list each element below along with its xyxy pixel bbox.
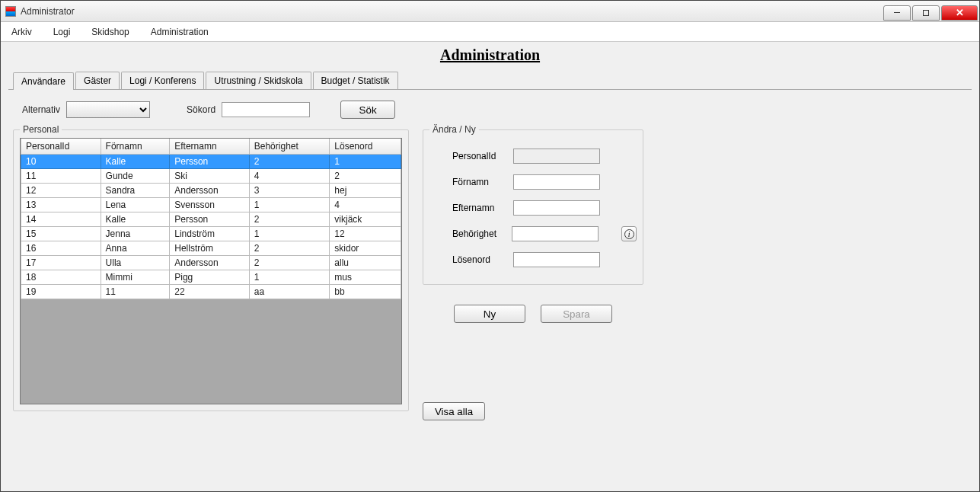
tab-utrustning[interactable]: Utrustning / Skidskola (206, 72, 311, 89)
cell-efternamn[interactable]: Ski (170, 169, 250, 184)
cell-efternamn[interactable]: Andersson (170, 256, 250, 270)
close-button[interactable]: ✕ (941, 5, 978, 21)
tab-logikonferens[interactable]: Logi / Konferens (121, 72, 204, 89)
col-behorighet[interactable]: Behörighet (249, 139, 330, 155)
cell-fornamn[interactable]: Jenna (101, 227, 170, 241)
cell-id[interactable]: 14 (21, 212, 101, 227)
cell-behorighet[interactable]: 3 (249, 184, 330, 198)
fornamn-input[interactable] (513, 174, 600, 190)
cell-losenord[interactable]: skidor (330, 241, 401, 256)
tab-budget[interactable]: Budget / Statistik (313, 72, 398, 89)
table-row[interactable]: 16AnnaHellström2skidor (21, 241, 401, 256)
tab-anvandare[interactable]: Användare (13, 72, 74, 90)
col-losenord[interactable]: Lösenord (330, 139, 401, 155)
cell-id[interactable]: 15 (21, 227, 101, 241)
cell-fornamn[interactable]: Gunde (101, 169, 170, 184)
cell-losenord[interactable]: 1 (330, 155, 401, 169)
menu-arkiv[interactable]: Arkiv (8, 24, 35, 40)
cell-fornamn[interactable]: Sandra (101, 184, 170, 198)
sok-button[interactable]: Sök (340, 101, 395, 119)
tab-gaster[interactable]: Gäster (75, 72, 120, 89)
cell-id[interactable]: 17 (21, 256, 101, 270)
title-bar: Administrator ✕ (1, 1, 979, 22)
cell-behorighet[interactable]: 2 (249, 212, 330, 227)
table-row[interactable]: 14KallePersson2vikjäck (21, 212, 401, 227)
cell-efternamn[interactable]: Svensson (170, 198, 250, 212)
cell-id[interactable]: 18 (21, 270, 101, 285)
personal-grid[interactable]: PersonalId Förnamn Efternamn Behörighet … (21, 139, 401, 299)
personalid-label: PersonalId (452, 151, 513, 161)
table-row[interactable]: 17UllaAndersson2allu (21, 256, 401, 270)
table-row[interactable]: 191122aabb (21, 285, 401, 299)
cell-fornamn[interactable]: Lena (101, 198, 170, 212)
cell-losenord[interactable]: 2 (330, 169, 401, 184)
cell-efternamn[interactable]: Pigg (170, 270, 250, 285)
cell-losenord[interactable]: 4 (330, 198, 401, 212)
cell-fornamn[interactable]: 11 (101, 285, 170, 299)
personalid-input (513, 149, 600, 164)
cell-efternamn[interactable]: Persson (170, 155, 250, 169)
cell-efternamn[interactable]: 22 (170, 285, 250, 299)
cell-losenord[interactable]: mus (330, 270, 401, 285)
tab-strip: Användare Gäster Logi / Konferens Utrust… (8, 72, 972, 90)
table-row[interactable]: 10KallePersson21 (21, 155, 401, 169)
cell-fornamn[interactable]: Kalle (101, 212, 170, 227)
col-efternamn[interactable]: Efternamn (170, 139, 250, 155)
col-fornamn[interactable]: Förnamn (101, 139, 170, 155)
table-row[interactable]: 18MimmiPigg1mus (21, 270, 401, 285)
edit-group-legend: Ändra / Ny (429, 124, 479, 135)
behorighet-input[interactable] (512, 226, 599, 241)
cell-id[interactable]: 13 (21, 198, 101, 212)
cell-losenord[interactable]: hej (330, 184, 401, 198)
filter-row: Alternativ Sökord Sök (8, 90, 972, 126)
table-row[interactable]: 11GundeSki42 (21, 169, 401, 184)
alternativ-label: Alternativ (22, 104, 60, 115)
losenord-input[interactable] (513, 252, 600, 267)
table-row[interactable]: 15JennaLindström112 (21, 227, 401, 241)
cell-behorighet[interactable]: 1 (249, 227, 330, 241)
cell-losenord[interactable]: 12 (330, 227, 401, 241)
table-row[interactable]: 13LenaSvensson14 (21, 198, 401, 212)
cell-efternamn[interactable]: Hellström (170, 241, 250, 256)
ny-button[interactable]: Ny (454, 305, 525, 323)
menu-skidshop[interactable]: Skidshop (88, 24, 132, 40)
cell-fornamn[interactable]: Kalle (101, 155, 170, 169)
cell-efternamn[interactable]: Persson (170, 212, 250, 227)
cell-efternamn[interactable]: Lindström (170, 227, 250, 241)
personal-group: Personal PersonalId Förnamn Efternamn Be… (13, 129, 409, 411)
cell-id[interactable]: 19 (21, 285, 101, 299)
alternativ-select[interactable] (66, 101, 150, 118)
cell-losenord[interactable]: allu (330, 256, 401, 270)
cell-behorighet[interactable]: 2 (249, 155, 330, 169)
cell-losenord[interactable]: bb (330, 285, 401, 299)
visa-alla-button[interactable]: Visa alla (423, 402, 485, 420)
cell-behorighet[interactable]: aa (249, 285, 330, 299)
cell-fornamn[interactable]: Ulla (101, 256, 170, 270)
cell-behorighet[interactable]: 2 (249, 241, 330, 256)
cell-behorighet[interactable]: 4 (249, 169, 330, 184)
cell-behorighet[interactable]: 2 (249, 256, 330, 270)
sokord-input[interactable] (222, 102, 310, 117)
menu-administration[interactable]: Administration (148, 24, 212, 40)
cell-id[interactable]: 11 (21, 169, 101, 184)
minimize-button[interactable] (883, 5, 911, 21)
personal-group-legend: Personal (20, 124, 62, 135)
cell-id[interactable]: 12 (21, 184, 101, 198)
efternamn-input[interactable] (513, 200, 600, 216)
cell-behorighet[interactable]: 1 (249, 270, 330, 285)
cell-fornamn[interactable]: Mimmi (101, 270, 170, 285)
cell-id[interactable]: 16 (21, 241, 101, 256)
cell-losenord[interactable]: vikjäck (330, 212, 401, 227)
menu-logi[interactable]: Logi (50, 24, 74, 40)
personal-grid-container: PersonalId Förnamn Efternamn Behörighet … (20, 138, 402, 404)
maximize-button[interactable] (912, 5, 940, 21)
table-row[interactable]: 12SandraAndersson3hej (21, 184, 401, 198)
cell-behorighet[interactable]: 1 (249, 198, 330, 212)
info-icon[interactable]: i (621, 226, 637, 241)
cell-fornamn[interactable]: Anna (101, 241, 170, 256)
cell-id[interactable]: 10 (21, 155, 101, 169)
sokord-label: Sökord (187, 104, 215, 115)
menu-bar: Arkiv Logi Skidshop Administration (1, 22, 979, 42)
cell-efternamn[interactable]: Andersson (170, 184, 250, 198)
col-personalid[interactable]: PersonalId (21, 139, 101, 155)
